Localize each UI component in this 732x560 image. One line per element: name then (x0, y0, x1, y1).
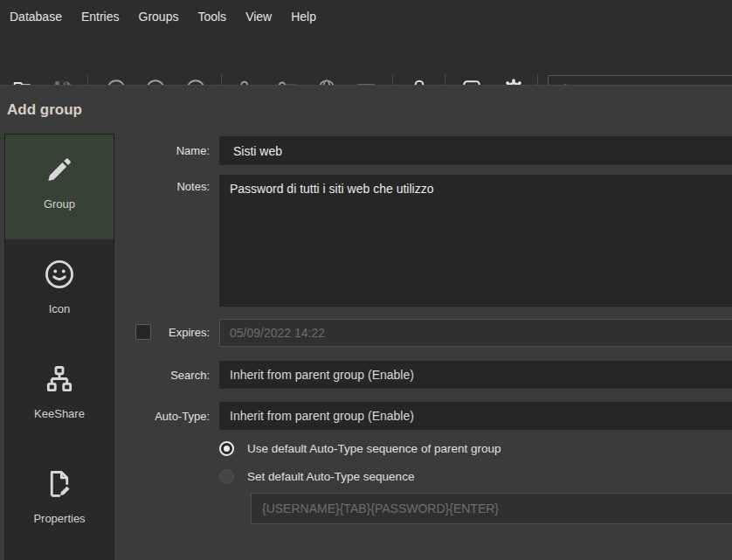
sidebar-item-properties[interactable]: Properties (5, 449, 114, 554)
expires-label: Expires: (87, 326, 210, 339)
search-label: Search: (87, 369, 210, 382)
notes-label: Notes: (87, 180, 210, 193)
sidebar-item-label: KeeShare (34, 407, 85, 420)
sidebar-item-keeshare[interactable]: KeeShare (5, 344, 114, 449)
toolbar (0, 33, 732, 85)
name-input[interactable] (219, 136, 732, 165)
autotype-label: Auto-Type: (87, 410, 210, 423)
expires-datetime-input (219, 319, 732, 347)
menu-database[interactable]: Database (0, 0, 72, 33)
menu-view[interactable]: View (236, 0, 281, 33)
autotype-combobox[interactable]: Inherit from parent group (Enable) (219, 402, 732, 430)
smiley-face-icon (43, 258, 76, 291)
page-title: Add group (7, 101, 82, 119)
notes-textarea[interactable]: Password di tutti i siti web che utilizz… (219, 175, 732, 307)
use-default-sequence-label: Use default Auto-Type sequence of parent… (247, 442, 501, 455)
sidebar-item-label: Properties (33, 512, 85, 525)
document-edit-icon (43, 467, 76, 501)
autotype-sequence-input (251, 493, 732, 524)
menu-help[interactable]: Help (281, 0, 326, 33)
sidebar-item-label: Icon (49, 302, 71, 315)
category-sidebar: Group Icon KeeShare (4, 134, 114, 560)
menu-tools[interactable]: Tools (188, 0, 236, 33)
menubar: Database Entries Groups Tools View Help (0, 0, 732, 33)
search-combobox[interactable]: Inherit from parent group (Enable) (219, 361, 732, 389)
pencil-icon (43, 153, 76, 186)
edit-group-panel: Add group Group Icon (0, 85, 732, 560)
sidebar-item-label: Group (44, 197, 75, 211)
use-default-sequence-radio[interactable] (219, 441, 234, 456)
share-tree-icon (43, 363, 76, 396)
name-label: Name: (87, 144, 210, 157)
menu-entries[interactable]: Entries (72, 0, 129, 33)
set-default-sequence-radio[interactable] (219, 469, 234, 484)
set-default-sequence-label: Set default Auto-Type sequence (247, 470, 414, 483)
window-chrome: Database Entries Groups Tools View Help (0, 0, 732, 85)
menu-groups[interactable]: Groups (129, 0, 189, 33)
